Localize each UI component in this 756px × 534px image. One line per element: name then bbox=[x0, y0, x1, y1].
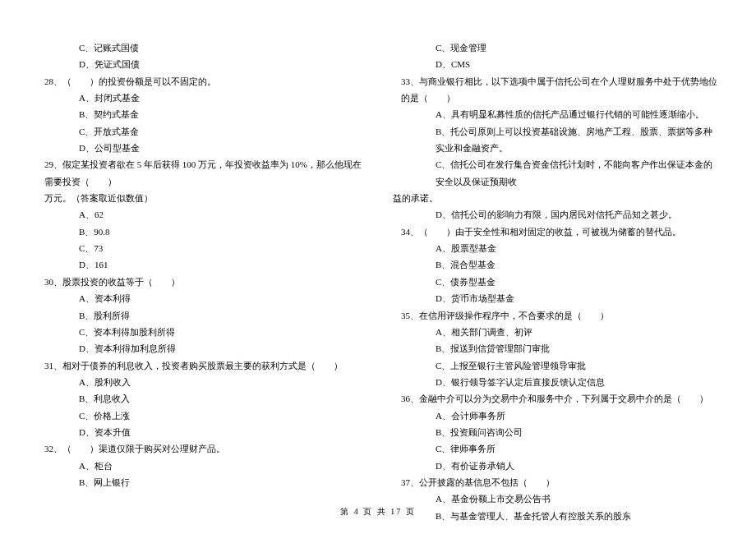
q29-option-a: A、62 bbox=[36, 206, 363, 223]
q29-option-d: D、161 bbox=[36, 256, 363, 273]
q36-option-d: D、有价证券承销人 bbox=[393, 458, 720, 474]
q35-option-c: C、上报至银行主管风险管理领导审批 bbox=[393, 357, 720, 374]
q27-option-c: C、记账式国债 bbox=[36, 39, 363, 56]
q30-stem: 30、股票投资的收益等于（ ） bbox=[36, 274, 363, 290]
q36-option-b: B、投资顾问咨询公司 bbox=[393, 424, 720, 440]
q35-option-a: A、相关部门调查、初评 bbox=[393, 324, 720, 340]
q37-stem: 37、公开披露的基信息不包括（ ） bbox=[393, 474, 720, 490]
q34-stem: 34、（ ）由于安全性和相对固定的收益，可被视为储蓄的替代品。 bbox=[393, 223, 720, 240]
q29-stem-line2: 万元。（答案取近似数值） bbox=[36, 190, 363, 206]
q34-option-c: C、债券型基金 bbox=[393, 274, 720, 290]
q31-stem: 31、相对于债券的利息收入，投资者购买股票最主要的获利方式是（ ） bbox=[36, 357, 363, 374]
q33-stem: 33、与商业银行相比，以下选项中属于信托公司在个人理财服务中处于优势地位的是（ … bbox=[393, 73, 720, 107]
q29-option-c: C、73 bbox=[36, 240, 363, 256]
q33-option-d: D、信托公司的影响力有限，国内居民对信托产品知之甚少。 bbox=[393, 206, 720, 223]
q35-stem: 35、在信用评级操作程序中，不合要求的是（ ） bbox=[393, 307, 720, 324]
q36-option-c: C、律师事务所 bbox=[393, 440, 720, 457]
q28-stem: 28、（ ）的投资份额是可以不固定的。 bbox=[36, 73, 363, 90]
page-footer: 第 4 页 共 17 页 bbox=[0, 504, 756, 520]
q33-option-c-line1: C、信托公司在发行集合资金信托计划时，不能向客户作出保证本金的安全以及保证预期收 bbox=[393, 156, 720, 190]
q35-option-b: B、报送到信贷管理部门审批 bbox=[393, 340, 720, 357]
q32-option-a: A、柜台 bbox=[36, 458, 363, 474]
q34-option-d: D、货币市场型基金 bbox=[393, 290, 720, 306]
q32-option-b: B、网上银行 bbox=[36, 474, 363, 490]
q31-option-b: B、利息收入 bbox=[36, 390, 363, 407]
q31-option-d: D、资本升值 bbox=[36, 424, 363, 440]
q29-stem-line1: 29、假定某投资者欲在 5 年后获得 100 万元，年投资收益率为 10%，那么… bbox=[36, 156, 363, 190]
page-content: C、记账式国债 D、凭证式国债 28、（ ）的投资份额是可以不固定的。 A、封闭… bbox=[0, 0, 756, 524]
q35-option-d: D、银行领导签字认定后直接反馈认定信息 bbox=[393, 374, 720, 390]
right-column: C、现金管理 D、CMS 33、与商业银行相比，以下选项中属于信托公司在个人理财… bbox=[378, 39, 720, 524]
q32-stem: 32、（ ）渠道仅限于购买对公理财产品。 bbox=[36, 440, 363, 457]
q27-option-d: D、凭证式国债 bbox=[36, 56, 363, 72]
q31-option-a: A、股利收入 bbox=[36, 374, 363, 390]
q31-option-c: C、价格上涨 bbox=[36, 407, 363, 424]
q36-stem: 36、金融中介可以分为交易中介和服务中介，下列属于交易中介的是（ ） bbox=[393, 390, 720, 407]
q33-option-b: B、托公司原则上可以投资基础设施、房地产工程、股票、票据等多种实业和金融资产。 bbox=[393, 123, 720, 157]
q28-option-d: D、公司型基金 bbox=[36, 140, 363, 156]
q32-option-d: D、CMS bbox=[393, 56, 720, 72]
q30-option-a: A、资本利得 bbox=[36, 290, 363, 306]
q34-option-b: B、混合型基金 bbox=[393, 256, 720, 273]
q28-option-c: C、开放式基金 bbox=[36, 123, 363, 140]
q30-option-b: B、股利所得 bbox=[36, 307, 363, 324]
q28-option-a: A、封闭式基金 bbox=[36, 90, 363, 106]
q29-option-b: B、90.8 bbox=[36, 223, 363, 240]
q30-option-d: D、资本利得加利息所得 bbox=[36, 340, 363, 357]
q34-option-a: A、股票型基金 bbox=[393, 240, 720, 256]
q33-option-c-line2: 益的承诺。 bbox=[393, 190, 720, 206]
q32-option-c: C、现金管理 bbox=[393, 39, 720, 56]
q28-option-b: B、契约式基金 bbox=[36, 106, 363, 122]
q36-option-a: A、会计师事务所 bbox=[393, 407, 720, 424]
q30-option-c: C、资本利得加股利所得 bbox=[36, 324, 363, 340]
left-column: C、记账式国债 D、凭证式国债 28、（ ）的投资份额是可以不固定的。 A、封闭… bbox=[36, 39, 378, 524]
q33-option-a: A、具有明显私募性质的信托产品通过银行代销的可能性逐渐缩小。 bbox=[393, 106, 720, 122]
